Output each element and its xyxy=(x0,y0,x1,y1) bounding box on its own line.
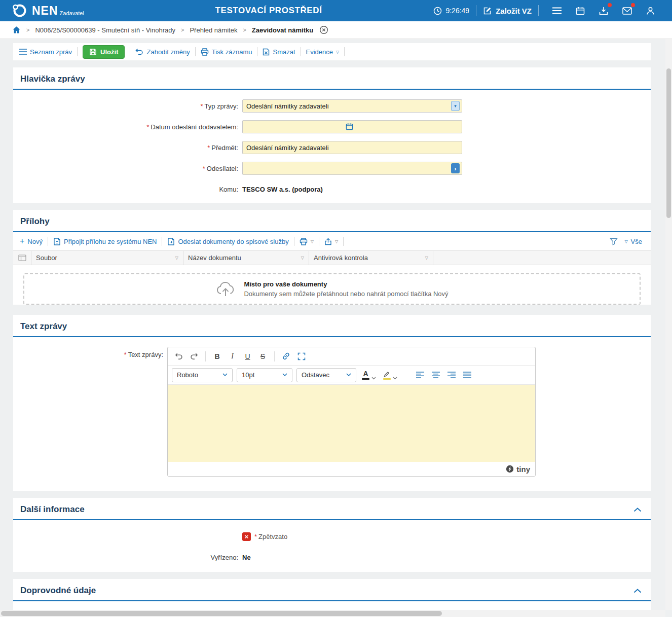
strikethrough-button[interactable]: S xyxy=(256,350,270,363)
brand-name: NEN xyxy=(32,4,58,18)
export-attachments-dropdown[interactable]: ▽ xyxy=(324,238,338,245)
vertical-scrollbar[interactable] xyxy=(665,39,672,610)
downloads-button[interactable] xyxy=(598,5,610,17)
odesilatel-input[interactable]: › xyxy=(242,162,462,175)
attachments-toolbar: + Nový Připojit přílohu ze systému NEN O… xyxy=(13,232,651,250)
message-list-button[interactable]: Seznam zpráv xyxy=(19,48,72,56)
send-to-filing-button[interactable]: Odeslat dokumenty do spisové služby xyxy=(167,238,288,245)
text-color-button[interactable]: A xyxy=(360,369,378,381)
plus-icon: + xyxy=(20,237,24,245)
block-format-value: Odstavec xyxy=(302,371,329,379)
zpetvzato-checkbox[interactable]: × xyxy=(242,532,251,541)
italic-button[interactable]: I xyxy=(226,350,239,363)
divider xyxy=(274,351,275,361)
chevron-down-icon[interactable]: ▾ xyxy=(451,101,460,111)
bold-button[interactable]: B xyxy=(210,350,224,363)
redo-button[interactable] xyxy=(187,350,201,363)
section-title: Text zprávy xyxy=(20,321,67,332)
column-settings-button[interactable] xyxy=(13,251,31,265)
view-all-dropdown[interactable]: ▽ Vše xyxy=(624,238,642,245)
save-label: Uložit xyxy=(100,48,118,56)
dropzone-subtitle: Dokumenty sem můžete přetáhnout nebo nah… xyxy=(244,290,448,298)
font-family-select[interactable]: Roboto xyxy=(172,368,233,382)
collapse-chevron-icon[interactable] xyxy=(633,589,642,593)
chevron-down-icon xyxy=(393,377,397,380)
highlight-color-button[interactable] xyxy=(382,370,399,381)
triangle-down-icon: ▽ xyxy=(624,239,627,244)
top-header: NEN Zadavatel TESTOVACÍ PROSTŘEDÍ 9:26:4… xyxy=(0,0,672,21)
profile-button[interactable] xyxy=(644,5,656,17)
vertical-scrollbar-thumb[interactable] xyxy=(666,68,671,218)
divider xyxy=(162,237,162,246)
column-header-antivirova-kontrola[interactable]: Antivirová kontrola ▽ xyxy=(309,251,433,265)
highlight-color-bar xyxy=(383,378,391,380)
attach-from-nen-button[interactable]: Připojit přílohu ze systému NEN xyxy=(53,238,157,245)
fullscreen-button[interactable] xyxy=(294,350,308,363)
column-filler xyxy=(433,251,651,265)
horizontal-scrollbar[interactable] xyxy=(0,610,665,617)
typ-zpravy-select[interactable]: Odeslání námitky zadavateli ▾ xyxy=(242,99,462,113)
breadcrumb-item-prehled-namitek[interactable]: Přehled námitek xyxy=(190,26,237,34)
divider xyxy=(77,47,78,56)
horizontal-scrollbar-thumb[interactable] xyxy=(1,611,442,616)
send-to-filing-label: Odeslat dokumenty do spisové služby xyxy=(178,238,288,245)
link-button[interactable] xyxy=(279,350,293,363)
discard-changes-button[interactable]: Zahodit změny xyxy=(135,48,190,56)
chevron-right-icon[interactable]: › xyxy=(451,163,460,173)
delete-button[interactable]: Smazat xyxy=(263,48,295,56)
column-header-nazev-dokumentu[interactable]: Název dokumentu ▽ xyxy=(183,251,309,265)
required-marker: * xyxy=(124,351,127,358)
print-record-button[interactable]: Tisk záznamu xyxy=(201,48,252,56)
block-format-select[interactable]: Odstavec xyxy=(296,368,356,382)
calendar-button[interactable] xyxy=(574,5,586,17)
undo-icon xyxy=(135,48,143,55)
menu-button[interactable] xyxy=(551,5,563,17)
align-right-button[interactable] xyxy=(445,369,458,381)
create-vz-label: Založit VZ xyxy=(496,7,532,15)
close-record-icon[interactable] xyxy=(319,25,328,34)
calendar-picker-icon[interactable] xyxy=(346,123,353,130)
create-vz-button[interactable]: Založit VZ xyxy=(483,7,532,15)
printer-icon xyxy=(201,48,209,56)
new-attachment-button[interactable]: + Nový xyxy=(20,237,43,245)
undo-button[interactable] xyxy=(172,350,185,363)
chevron-down-icon xyxy=(346,373,351,377)
filter-button[interactable] xyxy=(610,238,618,245)
file-dropzone[interactable]: Místo pro vaše dokumenty Dokumenty sem m… xyxy=(23,273,641,305)
divider xyxy=(205,351,206,361)
section-text-zpravy: Text zprávy *Text zprávy: B I xyxy=(13,315,651,491)
chevron-down-icon xyxy=(222,373,228,377)
required-marker: * xyxy=(207,144,210,152)
predmet-input[interactable]: Odeslání námitky zadavateli xyxy=(242,141,462,154)
dropzone-title: Místo pro vaše dokumenty xyxy=(244,280,448,288)
breadcrumb-item-current: Zaevidovat námitku xyxy=(252,26,313,34)
record-toolbar: Seznam zpráv Uložit Zahodit změny Tisk z… xyxy=(13,43,651,60)
font-size-select[interactable]: 10pt xyxy=(237,368,292,382)
filter-triangle-icon[interactable]: ▽ xyxy=(301,256,304,260)
breadcrumb-item-vz[interactable]: N006/25/S00000639 - Smuteční síň - Vinoh… xyxy=(35,26,175,34)
vyrizeno-value: Ne xyxy=(242,554,251,561)
align-center-button[interactable] xyxy=(430,369,442,381)
collapse-chevron-icon[interactable] xyxy=(633,507,642,512)
column-header-soubor[interactable]: Soubor ▽ xyxy=(31,251,183,265)
filter-triangle-icon[interactable]: ▽ xyxy=(425,256,428,260)
print-attachments-dropdown[interactable]: ▽ xyxy=(300,238,314,245)
delete-label: Smazat xyxy=(273,48,295,56)
editor-content-area[interactable] xyxy=(168,385,535,462)
underline-button[interactable]: U xyxy=(241,350,254,363)
divider xyxy=(344,47,345,56)
messages-button[interactable] xyxy=(621,5,633,17)
chevron-down-icon xyxy=(371,377,376,380)
align-justify-button[interactable] xyxy=(461,369,473,381)
clock-icon xyxy=(433,7,442,15)
home-button[interactable] xyxy=(12,26,21,34)
text-color-letter: A xyxy=(363,370,368,377)
evidence-dropdown-button[interactable]: Evidence ▽ xyxy=(306,48,340,56)
section-title: Další informace xyxy=(20,504,85,515)
printer-icon xyxy=(300,238,308,245)
divider xyxy=(257,47,257,56)
save-button[interactable]: Uložit xyxy=(83,45,125,59)
filter-triangle-icon[interactable]: ▽ xyxy=(175,256,178,260)
align-left-button[interactable] xyxy=(414,369,426,381)
text-color-bar xyxy=(362,378,369,380)
